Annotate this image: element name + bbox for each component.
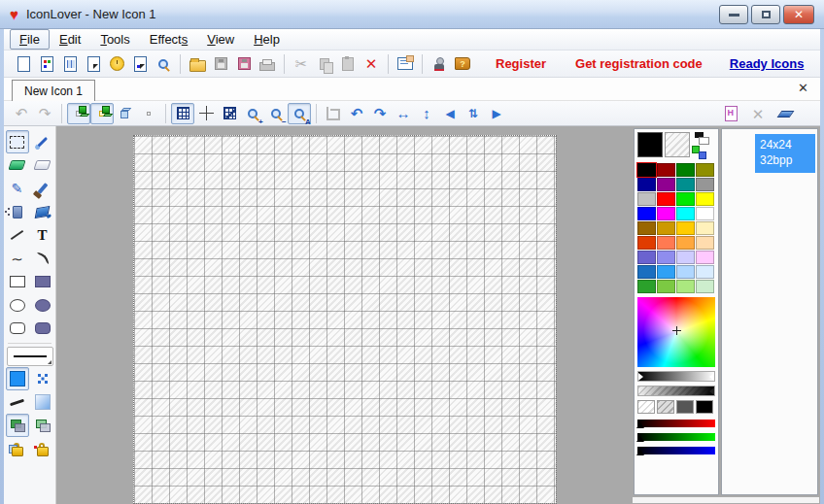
tab-new-icon-1[interactable]: New Icon 1: [12, 80, 95, 101]
alpha-preset-100[interactable]: [696, 400, 713, 414]
tool-primary-color[interactable]: [6, 367, 29, 390]
palette-swatch[interactable]: [676, 265, 695, 279]
tool-text[interactable]: T: [31, 223, 54, 247]
palette-swatch[interactable]: [696, 178, 714, 191]
new-icon-with-colors-button[interactable]: [35, 53, 58, 75]
get-registration-code-link[interactable]: Get registration code: [575, 56, 703, 71]
save-button[interactable]: [209, 53, 232, 75]
tool-rectangle[interactable]: [6, 270, 29, 293]
palette-swatch[interactable]: [637, 280, 656, 293]
palette-swatch[interactable]: [676, 163, 695, 177]
tool-filled-rounded-rectangle[interactable]: [31, 317, 54, 340]
palette-swatch[interactable]: [637, 192, 656, 206]
palette-swatch[interactable]: [696, 207, 714, 220]
save-all-button[interactable]: [232, 53, 256, 75]
show-grid-button[interactable]: [171, 103, 194, 124]
add-page-button[interactable]: [719, 103, 742, 124]
menu-tools[interactable]: Tools: [90, 29, 139, 50]
alpha-slider[interactable]: [637, 386, 715, 396]
tool-blend-soft[interactable]: [31, 414, 54, 437]
menu-edit[interactable]: Edit: [50, 29, 90, 50]
tab-close-icon[interactable]: ✕: [798, 81, 808, 95]
tool-blend-normal[interactable]: [6, 414, 29, 437]
palette-swatch[interactable]: [637, 163, 656, 177]
tool-color-picker[interactable]: [31, 130, 54, 153]
menu-help[interactable]: Help: [244, 29, 290, 50]
redo-button[interactable]: ↷: [33, 103, 56, 124]
palette-swatch[interactable]: [657, 265, 675, 279]
new-icon-library-button[interactable]: [58, 53, 82, 75]
tool-smooth-line[interactable]: [6, 390, 29, 414]
rotate-left-button[interactable]: ↶: [345, 103, 368, 124]
print-button[interactable]: [256, 53, 279, 75]
search-icons-button[interactable]: [152, 53, 175, 75]
show-centerlines-button[interactable]: [194, 103, 218, 124]
palette-swatch[interactable]: [637, 236, 656, 250]
palette-swatch[interactable]: [696, 221, 714, 235]
new-icon-button[interactable]: [12, 53, 35, 75]
palette-swatch[interactable]: [657, 236, 675, 250]
close-button[interactable]: ✕: [783, 5, 814, 24]
icon-canvas[interactable]: [133, 135, 557, 504]
draw-transparent-button[interactable]: [114, 103, 137, 124]
shift-left-button[interactable]: ◀: [438, 103, 462, 124]
tool-lock-colors[interactable]: [31, 437, 54, 460]
properties-button[interactable]: [394, 53, 417, 75]
show-checkered-button[interactable]: [218, 103, 241, 124]
flip-vertical-button[interactable]: ↕: [415, 103, 438, 124]
palette-swatch[interactable]: [657, 163, 675, 177]
page-list-item[interactable]: 24x24 32bpp: [722, 134, 817, 173]
tool-ellipse[interactable]: [6, 293, 29, 317]
ready-icons-link[interactable]: Ready Icons: [730, 56, 805, 71]
palette-swatch[interactable]: [676, 251, 695, 264]
tool-scatter[interactable]: [31, 367, 54, 390]
palette-swatch[interactable]: [676, 192, 695, 206]
tool-airbrush[interactable]: [6, 200, 29, 223]
register-link[interactable]: Register: [496, 56, 546, 71]
undo-button[interactable]: ↶: [10, 103, 33, 124]
menu-file[interactable]: File: [10, 29, 50, 50]
palette-swatch[interactable]: [696, 236, 714, 250]
delete-page-button[interactable]: ✕: [746, 103, 770, 124]
tool-pencil[interactable]: ✎: [6, 177, 29, 200]
cut-button[interactable]: ✂: [290, 53, 313, 75]
palette-swatch[interactable]: [637, 265, 656, 279]
title-bar[interactable]: ♥ IconLover - New Icon 1 ✕: [0, 0, 824, 29]
palette-swatch[interactable]: [657, 207, 675, 220]
palette-swatch[interactable]: [657, 251, 675, 264]
layers-button[interactable]: [773, 103, 797, 124]
edit-cursor-button[interactable]: [82, 53, 105, 75]
tool-lock-transparency[interactable]: [6, 437, 29, 460]
zoom-out-button[interactable]: −: [264, 103, 288, 124]
hsv-color-field[interactable]: [637, 297, 715, 367]
tool-selection[interactable]: [6, 130, 29, 153]
brightness-slider[interactable]: [637, 371, 715, 382]
page-item-selected[interactable]: 24x24 32bpp: [755, 134, 815, 173]
draw-blur-button[interactable]: [137, 103, 160, 124]
tool-arc[interactable]: [31, 247, 54, 270]
alpha-preset-0[interactable]: [637, 400, 655, 414]
alpha-preset-33[interactable]: [657, 400, 674, 414]
red-channel-slider[interactable]: [637, 420, 715, 427]
draw-opaque-button[interactable]: [67, 103, 90, 124]
shift-right-button[interactable]: ▶: [485, 103, 508, 124]
draw-highlight-button[interactable]: [90, 103, 114, 124]
line-width-selector[interactable]: [7, 347, 53, 366]
crop-button[interactable]: [322, 103, 345, 124]
background-transparent-swatch[interactable]: [665, 132, 690, 157]
tool-curve[interactable]: ∼: [6, 247, 29, 270]
zoom-actual-button[interactable]: A: [288, 103, 311, 124]
tool-soft-eraser[interactable]: [31, 153, 54, 177]
open-button[interactable]: [186, 53, 209, 75]
zoom-in-button[interactable]: +: [241, 103, 264, 124]
tool-brush[interactable]: [31, 177, 54, 200]
palette-swatch[interactable]: [676, 236, 695, 250]
delete-button[interactable]: ✕: [360, 53, 383, 75]
wizard-button[interactable]: [428, 53, 451, 75]
swap-colors-icon[interactable]: [692, 146, 706, 159]
help-button[interactable]: ?: [451, 53, 474, 75]
tool-filled-ellipse[interactable]: [31, 293, 54, 317]
palette-swatch[interactable]: [696, 265, 714, 279]
palette-swatch[interactable]: [676, 178, 695, 191]
menu-effects[interactable]: Effects: [140, 29, 198, 50]
